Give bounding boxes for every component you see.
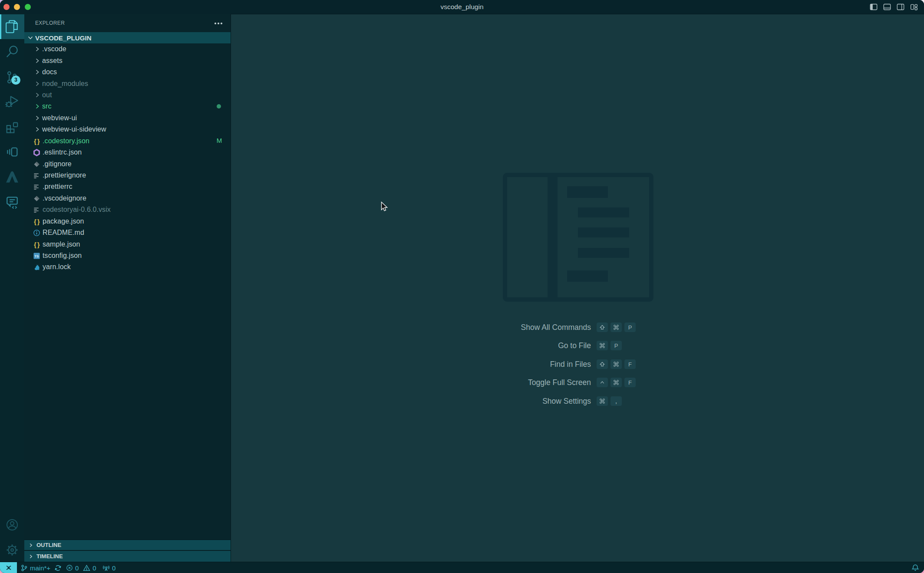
- svg-text:TS: TS: [35, 254, 39, 258]
